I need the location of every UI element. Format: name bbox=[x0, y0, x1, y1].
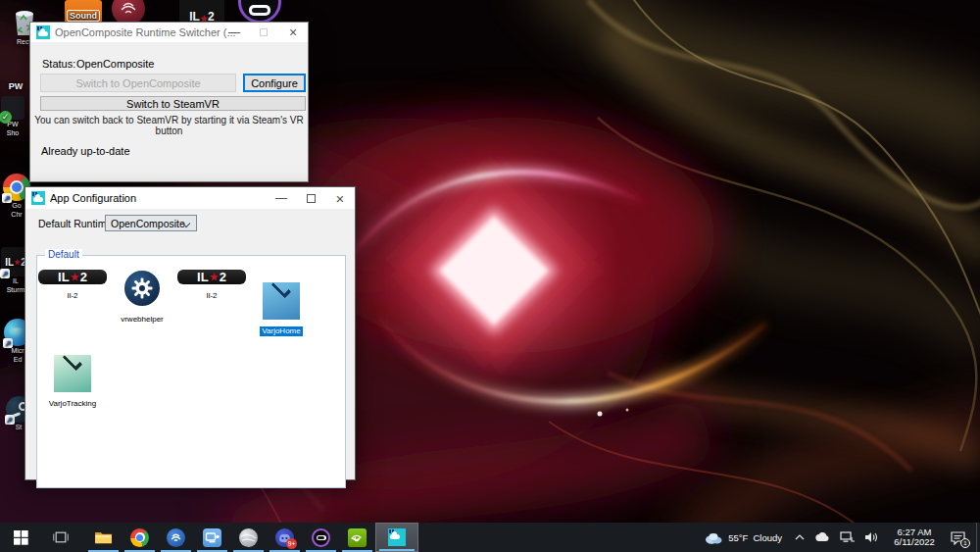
opencomposite-window-icon bbox=[36, 25, 50, 39]
teamspeak-icon bbox=[167, 528, 185, 547]
file-explorer-icon bbox=[94, 530, 113, 545]
taskbar: 9+ 55°F Cloudy bbox=[0, 523, 980, 552]
switch-back-note: You can switch back to SteamVR by starti… bbox=[30, 115, 308, 136]
app-label: Il-2 bbox=[204, 291, 219, 301]
desktop-icon-pw-shortcut[interactable]: ✓ PW Sho bbox=[0, 96, 25, 137]
screen-share-icon bbox=[203, 528, 221, 547]
app-label: vrwebhelper bbox=[119, 315, 166, 325]
app-label: VarjoTracking bbox=[47, 399, 98, 409]
windows-logo-icon bbox=[14, 530, 28, 545]
switch-to-opencomposite-button[interactable]: Switch to OpenComposite bbox=[40, 74, 236, 92]
close-button[interactable]: × bbox=[325, 187, 355, 209]
start-button[interactable] bbox=[0, 523, 41, 552]
google-earth-icon bbox=[239, 528, 258, 547]
action-center-button[interactable]: 1 bbox=[950, 530, 966, 545]
opencomposite-window-icon bbox=[31, 191, 45, 205]
default-runtime-label: Default Runtime bbox=[38, 218, 112, 229]
shortcut-arrow-icon: ↗ bbox=[3, 338, 13, 348]
weather-cloud-icon bbox=[704, 531, 723, 544]
close-button[interactable]: × bbox=[278, 23, 308, 42]
maximize-button[interactable] bbox=[296, 187, 325, 209]
il2-icon: IL★2 bbox=[38, 270, 107, 284]
gear-icon bbox=[123, 271, 161, 308]
runtime-switcher-titlebar[interactable]: OpenComposite Runtime Switcher (... — × bbox=[30, 23, 308, 42]
default-runtime-value: OpenComposite bbox=[111, 218, 185, 229]
varjo-chevron-icon bbox=[54, 355, 91, 392]
window-title: App Configuration bbox=[50, 192, 136, 204]
taskbar-item-opencomposite[interactable] bbox=[375, 523, 418, 552]
status-value: OpenComposite bbox=[76, 58, 155, 70]
task-view-icon bbox=[53, 530, 69, 544]
app-item-varjotracking[interactable]: VarjoTracking bbox=[38, 342, 107, 410]
shortcut-arrow-icon: ↗ bbox=[0, 269, 10, 278]
app-item-vrwebhelper[interactable]: vrwebhelper bbox=[108, 270, 176, 326]
taskbar-item-screen-share[interactable] bbox=[194, 523, 230, 552]
pw-label-line2: Sho bbox=[0, 128, 25, 137]
chrome-icon bbox=[130, 528, 149, 547]
vr-headset-icon bbox=[238, 0, 281, 24]
speaker-icon bbox=[864, 531, 878, 543]
taskbar-item-discord[interactable]: 9+ bbox=[267, 523, 303, 552]
app-label-selected: VarjoHome bbox=[260, 326, 302, 336]
taskbar-item-file-explorer[interactable] bbox=[85, 523, 122, 552]
onedrive-cloud-icon bbox=[814, 532, 830, 542]
taskbar-item-google-earth[interactable] bbox=[230, 523, 267, 552]
discord-icon: 9+ bbox=[275, 528, 294, 547]
default-groupbox: Default IL★2 Il-2 bbox=[36, 255, 346, 488]
opencomposite-icon bbox=[388, 528, 406, 546]
window-app-configuration: App Configuration — × Default Runtime Op… bbox=[24, 186, 356, 480]
network-icon bbox=[840, 531, 855, 543]
app-label: Il-2 bbox=[65, 291, 79, 301]
chevron-up-icon bbox=[795, 534, 805, 540]
app-item-il2-2[interactable]: IL★2 Il-2 bbox=[177, 270, 246, 302]
clock[interactable]: 6:27 AM 6/11/2022 bbox=[889, 527, 940, 547]
window-runtime-switcher: OpenComposite Runtime Switcher (... — × … bbox=[29, 22, 309, 182]
weather-widget[interactable]: 55°F Cloudy bbox=[704, 531, 782, 544]
pw-top-label: PW bbox=[4, 82, 27, 91]
shortcut-arrow-icon: ↗ bbox=[5, 415, 15, 425]
vr-headset-icon bbox=[312, 528, 330, 547]
configure-button[interactable]: Configure bbox=[243, 74, 306, 92]
tray-network[interactable] bbox=[840, 531, 855, 543]
weather-temp: 55°F bbox=[728, 532, 748, 543]
shortcut-arrow-icon: ↗ bbox=[2, 193, 12, 203]
app-config-titlebar[interactable]: App Configuration — × bbox=[25, 187, 355, 209]
desktop-screen: { "colors": { "accent": "#0078d7", "task… bbox=[0, 0, 980, 552]
show-desktop-button[interactable] bbox=[976, 523, 980, 552]
maximize-button[interactable] bbox=[249, 23, 278, 42]
weather-condition: Cloudy bbox=[753, 532, 782, 543]
task-view-button[interactable] bbox=[41, 523, 80, 552]
taskbar-item-nvidia[interactable] bbox=[339, 523, 375, 552]
sound-icon-text: Sound bbox=[67, 10, 100, 22]
minimize-button[interactable]: — bbox=[267, 187, 296, 209]
app-config-body: Default Runtime OpenComposite Default IL… bbox=[25, 209, 355, 480]
update-status-text: Already up-to-date bbox=[41, 145, 130, 157]
il2-icon: IL★2 bbox=[177, 270, 246, 284]
desktop-icon-il2-top[interactable]: IL★2 bbox=[179, 0, 224, 24]
minimize-button[interactable]: — bbox=[220, 23, 249, 42]
desktop-icon-pw-top[interactable]: PW bbox=[4, 82, 27, 91]
pw-icon: ✓ bbox=[1, 96, 24, 120]
system-tray: 55°F Cloudy 6:27 AM 6/11/2022 bbox=[704, 523, 980, 552]
default-runtime-dropdown[interactable]: OpenComposite bbox=[105, 215, 197, 231]
groupbox-label: Default bbox=[45, 249, 82, 260]
notification-count-badge: 1 bbox=[960, 538, 970, 548]
clock-date: 6/11/2022 bbox=[889, 537, 940, 547]
window-title: OpenComposite Runtime Switcher (... bbox=[55, 26, 241, 38]
nvidia-geforce-icon bbox=[348, 528, 367, 547]
tray-onedrive[interactable] bbox=[814, 532, 830, 542]
taskbar-item-vr-headset[interactable] bbox=[303, 523, 339, 552]
il2-icon: IL★2 bbox=[179, 0, 224, 24]
runtime-switcher-body: Status: OpenComposite Switch to OpenComp… bbox=[30, 42, 308, 182]
taskbar-item-teamspeak[interactable] bbox=[158, 523, 194, 552]
tray-volume[interactable] bbox=[864, 531, 878, 543]
switch-to-steamvr-button[interactable]: Switch to SteamVR bbox=[40, 96, 306, 111]
app-item-varjohome[interactable]: VarjoHome bbox=[247, 270, 316, 337]
varjo-chevron-icon bbox=[263, 282, 300, 320]
discord-notification-badge: 9+ bbox=[286, 538, 297, 549]
tray-overflow-chevron[interactable] bbox=[795, 534, 805, 540]
taskbar-item-chrome[interactable] bbox=[122, 523, 158, 552]
app-item-il2-1[interactable]: IL★2 Il-2 bbox=[38, 270, 107, 302]
status-label: Status: bbox=[42, 58, 75, 70]
